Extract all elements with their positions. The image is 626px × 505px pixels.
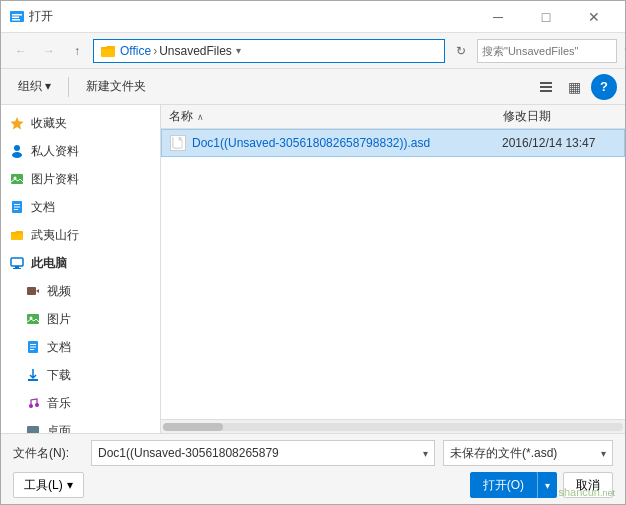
folder-icon <box>100 43 116 59</box>
svg-rect-21 <box>27 287 36 295</box>
filetype-label: 未保存的文件(*.asd) <box>450 445 601 462</box>
pc-icon <box>9 255 25 271</box>
minimize-button[interactable]: ─ <box>475 1 521 33</box>
svg-rect-7 <box>540 90 552 92</box>
svg-rect-27 <box>30 347 36 348</box>
file-list: 名称 ∧ 修改日期 Doc1((Unsaved-3056180826587988… <box>161 105 625 433</box>
tools-label: 工具(L) <box>24 477 63 494</box>
desktop-icon <box>25 423 41 433</box>
folder-wusheng-icon <box>9 227 25 243</box>
scrollbar-thumb[interactable] <box>163 423 223 431</box>
sidebar-item-video[interactable]: 视频 <box>1 277 160 305</box>
svg-marker-22 <box>36 289 39 293</box>
refresh-button[interactable]: ↻ <box>449 39 473 63</box>
action-row: 工具(L) ▾ 打开(O) ▾ 取消 <box>13 472 613 498</box>
person-icon <box>9 143 25 159</box>
filename-dropdown-arrow[interactable]: ▾ <box>423 448 428 459</box>
svg-rect-11 <box>11 174 23 184</box>
star-icon <box>9 115 25 131</box>
organize-button[interactable]: 组织 ▾ <box>9 74 60 100</box>
up-button[interactable]: ↑ <box>65 39 89 63</box>
open-button-group: 打开(O) ▾ <box>470 472 557 498</box>
file-list-body[interactable]: Doc1((Unsaved-305618082658798832)).asd 2… <box>161 129 625 419</box>
sidebar-item-download[interactable]: 下载 <box>1 361 160 389</box>
title-controls: ─ □ ✕ <box>475 1 617 33</box>
sidebar: 收藏夹 私人资料 图片资料 文档 <box>1 105 161 433</box>
svg-rect-20 <box>13 268 21 269</box>
svg-point-31 <box>35 403 39 407</box>
svg-rect-28 <box>30 349 34 350</box>
back-button[interactable]: ← <box>9 39 33 63</box>
svg-rect-29 <box>28 379 38 381</box>
sidebar-item-docs[interactable]: 文档 <box>1 193 160 221</box>
view-buttons: ▦ <box>533 74 587 100</box>
path-separator1: › <box>153 44 157 58</box>
tools-arrow-icon: ▾ <box>67 478 73 492</box>
path-unsavedfiles[interactable]: UnsavedFiles <box>159 44 232 58</box>
path-office[interactable]: Office <box>120 44 151 58</box>
svg-rect-1 <box>12 14 22 16</box>
filetype-select[interactable]: 未保存的文件(*.asd) ▾ <box>443 440 613 466</box>
sidebar-item-pic[interactable]: 图片 <box>1 305 160 333</box>
col-name-label: 名称 <box>169 108 193 125</box>
col-date-label: 修改日期 <box>503 109 551 123</box>
filename-row: 文件名(N): Doc1((Unsaved-30561808265879 ▾ 未… <box>13 440 613 466</box>
svg-rect-19 <box>15 266 19 268</box>
svg-point-10 <box>12 152 22 158</box>
open-button[interactable]: 打开(O) <box>470 472 537 498</box>
col-name-header[interactable]: 名称 ∧ <box>161 108 495 125</box>
sidebar-item-desktop[interactable]: 桌面 <box>1 417 160 433</box>
view-list-button[interactable] <box>533 74 559 100</box>
sidebar-item-wusheng[interactable]: 武夷山行 <box>1 221 160 249</box>
address-path[interactable]: Office › UnsavedFiles ▾ <box>93 39 445 63</box>
cancel-button[interactable]: 取消 <box>563 472 613 498</box>
title-bar: 打开 ─ □ ✕ <box>1 1 625 33</box>
maximize-button[interactable]: □ <box>523 1 569 33</box>
path-dropdown-arrow[interactable]: ▾ <box>236 45 241 56</box>
sidebar-item-doc2[interactable]: 文档 <box>1 333 160 361</box>
file-date: 2016/12/14 13:47 <box>502 136 595 150</box>
dialog-title: 打开 <box>29 8 53 25</box>
svg-rect-23 <box>27 314 39 324</box>
horizontal-scrollbar[interactable] <box>161 419 625 433</box>
sidebar-thispc-header[interactable]: 此电脑 <box>1 249 160 277</box>
photo-icon <box>9 171 25 187</box>
dialog-icon <box>9 9 25 25</box>
help-button[interactable]: ? <box>591 74 617 100</box>
filetype-dropdown-arrow[interactable]: ▾ <box>601 448 606 459</box>
svg-rect-26 <box>30 344 36 345</box>
forward-button[interactable]: → <box>37 39 61 63</box>
toolbar-separator <box>68 77 69 97</box>
tools-button[interactable]: 工具(L) ▾ <box>13 472 84 498</box>
sidebar-item-personal[interactable]: 私人资料 <box>1 137 160 165</box>
file-icon <box>170 135 186 151</box>
sidebar-label-favorites: 收藏夹 <box>31 115 67 132</box>
svg-rect-32 <box>27 426 39 433</box>
view-grid-button[interactable]: ▦ <box>561 74 587 100</box>
sidebar-label-video: 视频 <box>47 283 71 300</box>
svg-rect-6 <box>540 86 552 88</box>
sidebar-label-doc2: 文档 <box>47 339 71 356</box>
video-icon <box>25 283 41 299</box>
sidebar-item-favorites[interactable]: 收藏夹 <box>1 109 160 137</box>
search-input[interactable] <box>482 45 620 57</box>
svg-rect-3 <box>12 19 20 21</box>
close-button[interactable]: ✕ <box>571 1 617 33</box>
sidebar-item-music[interactable]: 音乐 <box>1 389 160 417</box>
new-folder-button[interactable]: 新建文件夹 <box>77 74 155 100</box>
file-row[interactable]: Doc1((Unsaved-305618082658798832)).asd 2… <box>161 129 625 157</box>
svg-marker-8 <box>11 117 24 130</box>
file-name: Doc1((Unsaved-305618082658798832)).asd <box>192 136 430 150</box>
file-list-header: 名称 ∧ 修改日期 <box>161 105 625 129</box>
sidebar-item-photos[interactable]: 图片资料 <box>1 165 160 193</box>
filename-input[interactable]: Doc1((Unsaved-30561808265879 ▾ <box>91 440 435 466</box>
address-bar: ← → ↑ Office › UnsavedFiles ▾ ↻ 🔍 <box>1 33 625 69</box>
open-dropdown-button[interactable]: ▾ <box>537 472 557 498</box>
download-icon <box>25 367 41 383</box>
col-date-header[interactable]: 修改日期 <box>495 108 625 125</box>
sidebar-label-desktop: 桌面 <box>47 423 71 434</box>
sidebar-label-pic: 图片 <box>47 311 71 328</box>
scrollbar-track[interactable] <box>163 423 623 431</box>
open-dialog: 打开 ─ □ ✕ ← → ↑ Office › UnsavedFiles ▾ ↻… <box>0 0 626 505</box>
file-cell-name: Doc1((Unsaved-305618082658798832)).asd <box>162 135 494 151</box>
